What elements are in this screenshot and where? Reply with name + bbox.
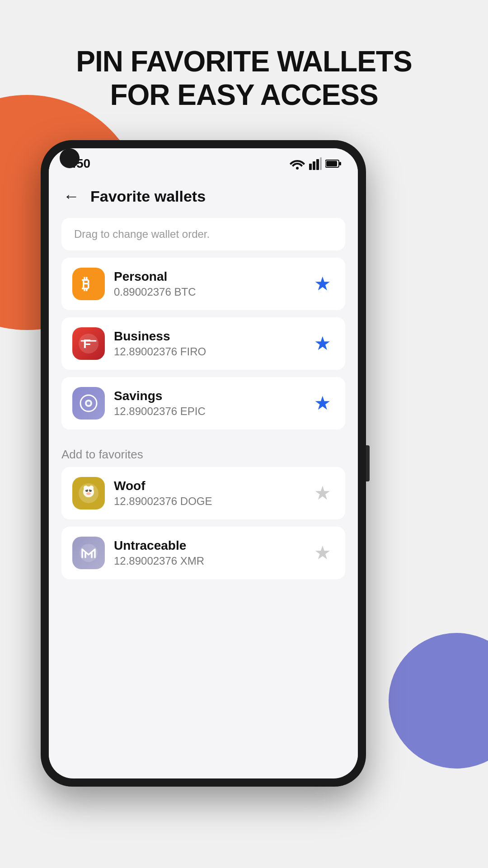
- wallet-info-business: Business 12.89002376 FIRO: [114, 329, 302, 358]
- bg-decoration-purple: [389, 633, 488, 769]
- svg-point-13: [87, 401, 90, 405]
- wallet-info-personal: Personal 0.89002376 BTC: [114, 269, 302, 298]
- doge-symbol: [77, 481, 100, 505]
- firo-symbol: F: [77, 332, 100, 355]
- star-button-business[interactable]: ★: [311, 332, 334, 355]
- status-bar: 3:50: [49, 148, 358, 175]
- wallet-balance-untraceable: 12.89002376 XMR: [114, 555, 302, 567]
- svg-text:₿: ₿: [82, 275, 89, 292]
- top-bar: ← Favorite wallets: [49, 175, 358, 213]
- app-content: ← Favorite wallets Drag to change wallet…: [49, 175, 358, 773]
- wallet-icon-doge: [72, 477, 105, 509]
- headline-line2: FOR EASY ACCESS: [110, 79, 378, 111]
- battery-icon: [325, 159, 342, 169]
- svg-rect-6: [326, 161, 337, 166]
- epic-symbol: [77, 392, 100, 415]
- svg-rect-2: [313, 161, 315, 170]
- wallet-item-woof: Woof 12.89002376 DOGE ★: [61, 467, 345, 519]
- svg-point-0: [296, 167, 299, 170]
- wallet-name-personal: Personal: [114, 269, 302, 284]
- wallet-info-savings: Savings 12.89002376 EPIC: [114, 389, 302, 418]
- wallet-name-business: Business: [114, 329, 302, 344]
- headline-line1: PIN FAVORITE WALLETS: [76, 45, 412, 78]
- phone-frame: 3:50: [41, 140, 366, 787]
- back-arrow-icon: ←: [63, 188, 80, 204]
- wallet-item-savings: Savings 12.89002376 EPIC ★: [61, 377, 345, 429]
- wifi-icon: [289, 157, 305, 170]
- wallet-item-personal: ₿ Personal 0.89002376 BTC ★: [61, 258, 345, 310]
- back-button[interactable]: ←: [61, 186, 81, 206]
- star-button-personal[interactable]: ★: [311, 272, 334, 296]
- wallet-name-untraceable: Untraceable: [114, 538, 302, 553]
- camera-notch: [60, 148, 80, 168]
- svg-text:F: F: [83, 337, 91, 351]
- wallet-item-business: F Business 12.89002376 FIRO ★: [61, 317, 345, 370]
- wallet-balance-personal: 0.89002376 BTC: [114, 286, 302, 298]
- favorites-list: ₿ Personal 0.89002376 BTC ★ F: [49, 258, 358, 429]
- screen-title: Favorite wallets: [90, 188, 206, 205]
- status-icons: [289, 157, 342, 170]
- wallet-balance-savings: 12.89002376 EPIC: [114, 405, 302, 418]
- wallet-name-savings: Savings: [114, 389, 302, 403]
- btc-symbol: ₿: [79, 274, 99, 294]
- phone-screen: 3:50: [49, 148, 358, 778]
- wallet-name-woof: Woof: [114, 479, 302, 493]
- wallet-balance-business: 12.89002376 FIRO: [114, 345, 302, 358]
- wallet-info-woof: Woof 12.89002376 DOGE: [114, 479, 302, 508]
- wallet-icon-epic: [72, 387, 105, 420]
- wallet-info-untraceable: Untraceable 12.89002376 XMR: [114, 538, 302, 567]
- svg-point-20: [89, 486, 94, 490]
- section-add-favorites: Add to favorites: [49, 437, 358, 467]
- svg-rect-7: [339, 162, 341, 165]
- drag-hint: Drag to change wallet order.: [61, 218, 345, 250]
- svg-point-19: [84, 486, 88, 490]
- wallet-item-untraceable: Untraceable 12.89002376 XMR ★: [61, 527, 345, 579]
- add-favorites-list: Woof 12.89002376 DOGE ★: [49, 467, 358, 579]
- star-button-woof[interactable]: ★: [311, 481, 334, 505]
- signal-icon: [309, 157, 322, 170]
- wallet-icon-firo: F: [72, 327, 105, 360]
- star-button-savings[interactable]: ★: [311, 392, 334, 415]
- svg-point-18: [86, 492, 91, 495]
- wallet-balance-woof: 12.89002376 DOGE: [114, 495, 302, 508]
- star-button-untraceable[interactable]: ★: [311, 541, 334, 565]
- page-headline: PIN FAVORITE WALLETS FOR EASY ACCESS: [0, 45, 488, 112]
- svg-rect-3: [316, 159, 319, 170]
- xmr-symbol: [77, 541, 100, 565]
- side-button: [366, 445, 370, 481]
- wallet-icon-xmr: [72, 537, 105, 569]
- svg-rect-1: [309, 164, 312, 170]
- svg-rect-4: [320, 157, 322, 170]
- wallet-icon-btc: ₿: [72, 268, 105, 300]
